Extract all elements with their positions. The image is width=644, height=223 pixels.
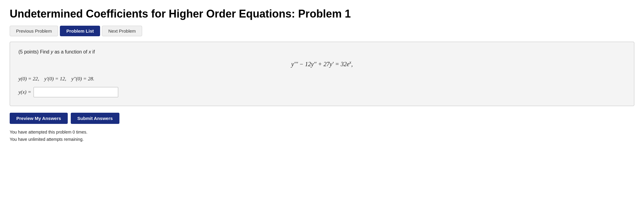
problem-list-button[interactable]: Problem List — [60, 26, 100, 36]
attempt-info: You have attempted this problem 0 times.… — [10, 129, 634, 143]
equation-display: y′′′ − 12y′′ + 27y′ = 32ex, — [18, 60, 626, 68]
var-x: x — [89, 49, 91, 54]
nav-buttons: Previous Problem Problem List Next Probl… — [10, 26, 634, 36]
next-problem-button[interactable]: Next Problem — [102, 26, 142, 36]
problem-box: (5 points) Find y as a function of x if … — [10, 42, 634, 106]
submit-answers-button[interactable]: Submit Answers — [71, 113, 119, 124]
answer-input[interactable] — [34, 87, 118, 97]
preview-answers-button[interactable]: Preview My Answers — [10, 113, 68, 124]
problem-end-text: if — [91, 49, 95, 54]
initial-conditions: y(0) = 22, y′(0) = 12, y′′(0) = 28. — [18, 74, 626, 84]
page-title: Undetermined Coefficients for Higher Ord… — [10, 7, 634, 20]
equation-math: y′′′ − 12y′′ + 27y′ = 32ex, — [291, 61, 353, 67]
problem-mid-text: as a function of — [53, 49, 89, 54]
answer-label: y(x) = — [18, 89, 31, 95]
attempt-line1: You have attempted this problem 0 times. — [10, 129, 634, 136]
attempt-line2: You have unlimited attempts remaining. — [10, 136, 634, 143]
previous-problem-button[interactable]: Previous Problem — [10, 26, 58, 36]
var-y: y — [51, 49, 53, 54]
answer-row: y(x) = — [18, 87, 626, 97]
problem-header: (5 points) Find y as a function of x if — [18, 49, 626, 55]
problem-points-text: (5 points) Find — [18, 49, 51, 54]
action-buttons: Preview My Answers Submit Answers — [10, 113, 634, 124]
